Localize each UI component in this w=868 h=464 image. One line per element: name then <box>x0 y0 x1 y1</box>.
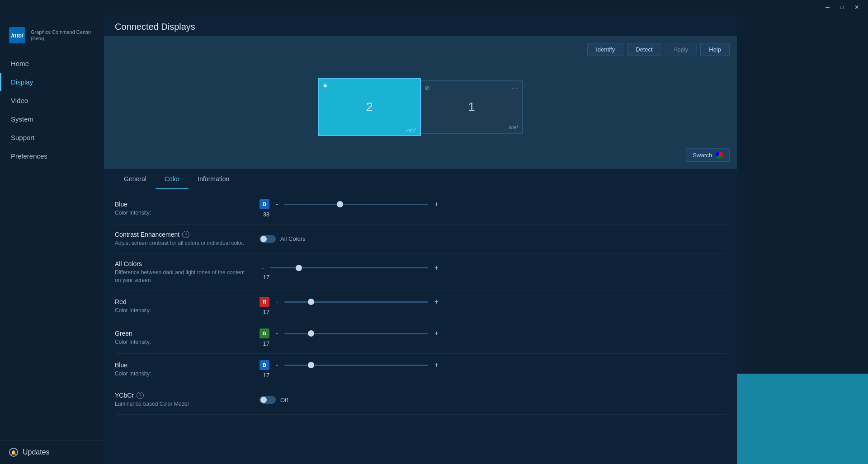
blue2-label-col: Blue Color Intensity: <box>115 361 259 378</box>
green-label: Green <box>115 330 259 337</box>
contrast-toggle-row: All Colors <box>259 235 306 243</box>
apply-button[interactable]: Apply <box>665 43 697 56</box>
blue2-minus[interactable]: - <box>274 361 280 369</box>
red-label: Red <box>115 298 259 305</box>
blue-intensity-label-top: Blue <box>115 201 259 208</box>
contrast-toggle[interactable] <box>259 235 276 243</box>
display-2-brand: intel <box>406 127 415 132</box>
ycbcr-info-icon[interactable]: ? <box>137 392 144 399</box>
sidebar-item-support[interactable]: Support <box>0 128 104 147</box>
contrast-info-icon[interactable]: ? <box>182 231 189 238</box>
red-color-icon: R <box>259 297 269 307</box>
display-2[interactable]: ★ 2 intel <box>318 78 421 136</box>
contrast-control: All Colors <box>259 235 726 243</box>
minimize-button[interactable]: ─ <box>820 2 835 12</box>
ycbcr-toggle-row: Off <box>259 396 288 404</box>
ycbcr-toggle-label: Off <box>280 397 288 403</box>
help-button[interactable]: Help <box>700 43 730 56</box>
green-slider[interactable] <box>284 333 428 334</box>
green-label-col: Green Color Intensity: <box>115 330 259 346</box>
contrast-enhancement-row: Contrast Enhancement ? Adjust screen con… <box>115 225 726 254</box>
green-minus[interactable]: - <box>274 329 280 337</box>
blue2-plus[interactable]: + <box>433 361 440 369</box>
all-colors-minus[interactable]: - <box>259 264 265 272</box>
contrast-toggle-label: All Colors <box>280 235 306 242</box>
blue-slider-top[interactable] <box>284 204 428 205</box>
intel-logo-icon: intel <box>9 27 25 43</box>
right-panel-preview <box>737 374 868 464</box>
sidebar-item-display[interactable]: Display <box>0 73 104 91</box>
green-slider-row: G - + <box>259 328 440 338</box>
disabled-icon: ⊘ <box>425 84 430 91</box>
blue-slider-plus-top[interactable]: + <box>433 200 440 208</box>
display-preview: Identify Detect Apply Help ★ 2 intel ⊘ ·… <box>104 36 737 169</box>
sidebar: intel Graphics Command Center (Beta) Hom… <box>0 14 104 464</box>
tab-color[interactable]: Color <box>156 169 189 189</box>
red-value: 17 <box>259 309 273 315</box>
display-1-brand: intel <box>509 125 518 130</box>
ycbcr-toggle[interactable] <box>259 396 276 404</box>
red-intensity-row: Red Color Intensity: R - + 17 <box>115 291 726 322</box>
all-colors-slider[interactable] <box>270 267 428 268</box>
action-bar: Identify Detect Apply Help <box>587 43 730 56</box>
title-bar: ─ □ ✕ <box>0 0 868 14</box>
red-control: R - + 17 <box>259 297 726 315</box>
blue2-label: Blue <box>115 361 259 369</box>
red-plus[interactable]: + <box>433 298 440 306</box>
all-colors-row: All Colors Difference between dark and l… <box>115 254 726 291</box>
contrast-sublabel: Adjust screen contrast for all colors or… <box>115 239 246 247</box>
display-1-number: 1 <box>468 100 475 114</box>
blue-intensity-label-col-top: Blue Color Intensity: <box>115 201 259 217</box>
sidebar-logo: intel Graphics Command Center (Beta) <box>0 22 104 54</box>
all-colors-control: - + 17 <box>259 264 726 281</box>
contrast-label: Contrast Enhancement ? <box>115 231 259 238</box>
swatch-color-icon <box>716 151 723 159</box>
ycbcr-label: YCbCr ? <box>115 392 259 399</box>
ycbcr-sublabel: Luminance-based Color Model <box>115 400 246 408</box>
tab-general[interactable]: General <box>115 169 156 189</box>
more-icon[interactable]: ··· <box>512 84 519 91</box>
identify-button[interactable]: Identify <box>587 43 623 56</box>
contrast-toggle-knob <box>260 236 267 242</box>
all-colors-slider-row: - + <box>259 264 440 272</box>
app-name: Graphics Command Center (Beta) <box>31 29 91 42</box>
blue-value-top: 38 <box>259 211 273 218</box>
green-plus[interactable]: + <box>433 329 440 337</box>
tab-information[interactable]: Information <box>189 169 238 189</box>
red-minus[interactable]: - <box>274 298 280 306</box>
bell-icon: 🔔 <box>9 448 18 457</box>
blue2-slider[interactable] <box>284 365 428 366</box>
star-icon: ★ <box>322 82 328 89</box>
sidebar-item-system[interactable]: System <box>0 110 104 128</box>
red-label-col: Red Color Intensity: <box>115 298 259 314</box>
swatch-button[interactable]: Swatch <box>686 148 730 162</box>
tabs-row: General Color Information <box>104 169 737 189</box>
blue2-sublabel: Color Intensity: <box>115 370 246 378</box>
red-slider-row: R - + <box>259 297 440 307</box>
all-colors-label: All Colors <box>115 260 259 267</box>
detect-button[interactable]: Detect <box>627 43 661 56</box>
sidebar-item-home[interactable]: Home <box>0 54 104 73</box>
app-body: intel Graphics Command Center (Beta) Hom… <box>0 14 868 464</box>
sidebar-item-video[interactable]: Video <box>0 91 104 110</box>
sidebar-nav: Home Display Video System Support Prefer… <box>0 54 104 440</box>
blue2-color-icon: B <box>259 360 269 370</box>
close-button[interactable]: ✕ <box>849 2 864 12</box>
blue-slider-minus-top[interactable]: - <box>274 200 280 208</box>
all-colors-plus[interactable]: + <box>433 264 440 272</box>
restore-button[interactable]: □ <box>835 2 849 12</box>
blue-slider-row-top: B - + <box>259 199 440 209</box>
swatch-label: Swatch <box>693 152 712 159</box>
right-panel <box>737 14 868 464</box>
green-intensity-row: Green Color Intensity: G - + 17 <box>115 322 726 354</box>
all-colors-sublabel: Difference between dark and light tones … <box>115 269 246 284</box>
ycbcr-control: Off <box>259 396 726 404</box>
displays-wrapper: ★ 2 intel ⊘ ··· 1 intel <box>318 78 523 136</box>
ycbcr-label-col: YCbCr ? Luminance-based Color Model <box>115 392 259 408</box>
display-2-number: 2 <box>366 100 373 114</box>
green-value: 17 <box>259 340 273 347</box>
blue-color-icon-top: B <box>259 199 269 209</box>
red-slider[interactable] <box>284 301 428 303</box>
sidebar-item-preferences[interactable]: Preferences <box>0 147 104 165</box>
display-1[interactable]: ⊘ ··· 1 intel <box>420 80 523 134</box>
